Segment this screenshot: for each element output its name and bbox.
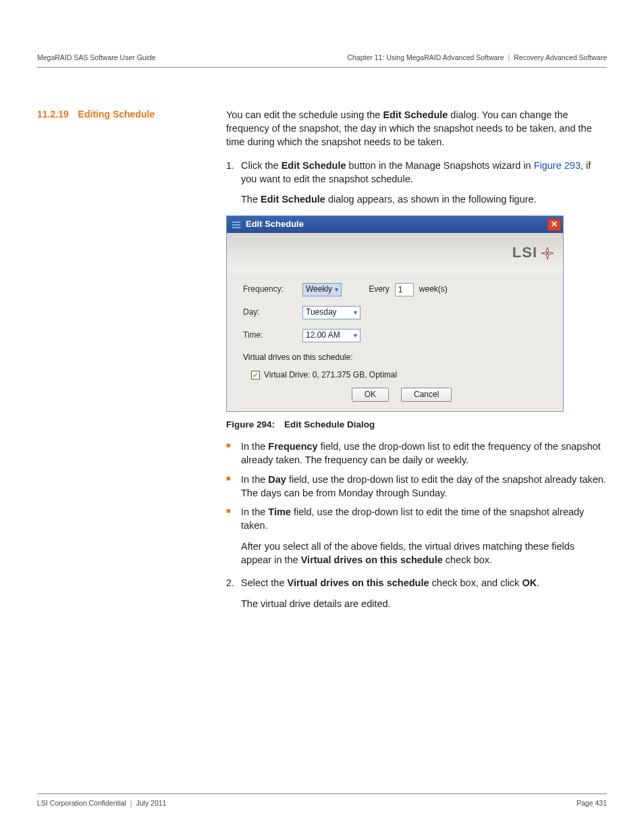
ok-button[interactable]: OK: [352, 388, 389, 402]
dialog-titlebar: Edit Schedule ✕: [227, 216, 563, 232]
intro-paragraph: You can edit the schedule using the Edit…: [226, 108, 607, 149]
divider-icon: |: [130, 799, 132, 807]
divider-icon: |: [508, 53, 510, 61]
figure-caption: Figure 294:Edit Schedule Dialog: [226, 419, 607, 432]
step-1-sub: The Edit Schedule dialog appears, as sho…: [241, 192, 607, 206]
cancel-button[interactable]: Cancel: [401, 388, 452, 402]
bullet-time: ■ In the Time field, use the drop-down l…: [226, 505, 607, 533]
svg-point-3: [546, 252, 549, 255]
header-rule: [37, 67, 607, 68]
edit-schedule-dialog: Edit Schedule ✕ LSI: [226, 215, 564, 412]
svg-rect-2: [232, 227, 240, 228]
vd-checkbox[interactable]: ✓: [251, 371, 260, 380]
page-header: MegaRAID SAS Software User Guide Chapter…: [37, 53, 607, 63]
header-left: MegaRAID SAS Software User Guide: [37, 53, 156, 63]
bullet-icon: ■: [226, 473, 241, 500]
dialog-banner: LSI: [227, 233, 563, 273]
chevron-down-icon: ▾: [354, 331, 357, 340]
step-1: 1. Click the Edit Schedule button in the…: [226, 159, 607, 186]
vd-item-row: ✓ Virtual Drive: 0, 271.375 GB, Optimal: [251, 369, 547, 381]
svg-rect-1: [232, 224, 240, 226]
svg-rect-0: [232, 221, 240, 223]
frequency-select[interactable]: Weekly ▾: [302, 283, 342, 296]
header-right: Chapter 11: Using MegaRAID Advanced Soft…: [347, 53, 607, 63]
step-2: 2. Select the Virtual drives on this sch…: [226, 576, 607, 590]
page-footer: LSI Corporation Confidential | July 2011…: [37, 793, 607, 808]
frequency-row: Frequency: Weekly ▾ Every 1 week(s): [243, 283, 547, 296]
step-2-sub: The virtual drive details are edited.: [241, 597, 607, 610]
bullet-frequency: ■ In the Frequency field, use the drop-d…: [226, 440, 607, 467]
app-icon: [231, 219, 242, 230]
time-select[interactable]: 12.00 AM ▾: [302, 329, 360, 342]
bullet-icon: ■: [226, 505, 241, 533]
close-icon[interactable]: ✕: [547, 219, 561, 231]
chevron-down-icon: ▾: [354, 308, 357, 317]
chevron-down-icon: ▾: [335, 285, 338, 294]
every-input[interactable]: 1: [395, 283, 414, 296]
lsi-mark-icon: [540, 246, 555, 261]
time-row: Time: 12.00 AM ▾: [243, 329, 547, 342]
section-heading: 11.2.19 Editing Schedule: [37, 108, 226, 122]
day-select[interactable]: Tuesday ▾: [302, 306, 360, 319]
bullet-icon: ■: [226, 440, 241, 467]
figure-link[interactable]: Figure 293: [534, 160, 581, 171]
lsi-logo: LSI: [512, 242, 555, 263]
figure-294: Edit Schedule ✕ LSI: [226, 215, 607, 431]
vd-heading: Virtual drives on this schedule:: [243, 352, 547, 363]
after-bullets-note: After you select all of the above fields…: [241, 540, 607, 567]
day-row: Day: Tuesday ▾: [243, 306, 547, 319]
bullet-day: ■ In the Day field, use the drop-down li…: [226, 473, 607, 500]
